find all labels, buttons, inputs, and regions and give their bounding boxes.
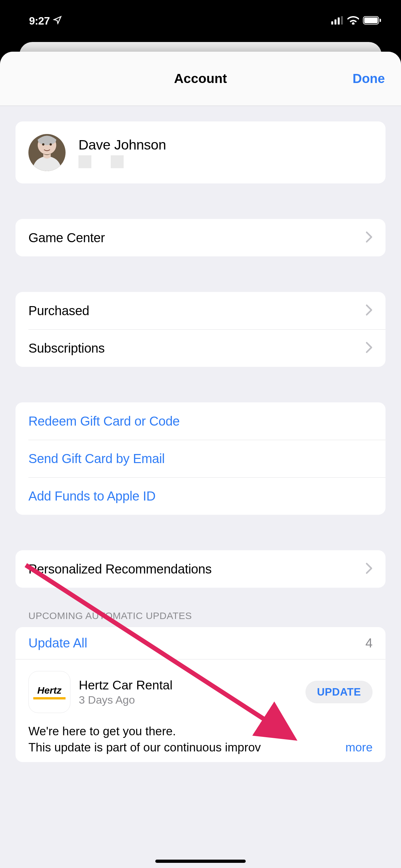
status-right	[331, 16, 382, 26]
personalized-cell[interactable]: Personalized Recommendations	[16, 550, 385, 588]
add-funds-cell[interactable]: Add Funds to Apple ID	[16, 477, 385, 515]
svg-rect-5	[364, 18, 378, 23]
chevron-right-icon	[366, 304, 373, 317]
game-center-group: Game Center	[16, 219, 385, 256]
navbar: Account Done	[0, 52, 401, 106]
cell-label: Purchased	[28, 304, 89, 318]
update-meta: Hertz Car Rental 3 Days Ago	[79, 678, 297, 706]
page-title: Account	[0, 71, 401, 86]
profile-sub-redacted	[79, 155, 166, 168]
status-time-text: 9:27	[29, 15, 50, 27]
done-button[interactable]: Done	[352, 71, 385, 86]
account-sheet: Account Done	[0, 52, 401, 868]
purchased-cell[interactable]: Purchased	[16, 292, 385, 330]
update-notes: We're here to get you there. This update…	[16, 716, 385, 762]
notes-line1: We're here to get you there.	[28, 723, 373, 740]
updates-group: Update All 4 Hertz Hertz Car Rental 3 Da…	[16, 627, 385, 762]
chevron-right-icon	[366, 341, 373, 355]
update-button[interactable]: UPDATE	[305, 681, 373, 703]
cell-label: Send Gift Card by Email	[28, 452, 165, 466]
chevron-right-icon	[366, 231, 373, 244]
status-bar: 9:27	[0, 0, 401, 42]
personalized-group: Personalized Recommendations	[16, 550, 385, 588]
svg-rect-1	[335, 20, 336, 25]
profile-group: Dave Johnson	[16, 121, 385, 183]
profile-name: Dave Johnson	[79, 137, 166, 153]
location-icon	[53, 15, 62, 27]
battery-icon	[363, 16, 382, 26]
more-button[interactable]: more	[342, 740, 373, 755]
app-age: 3 Days Ago	[79, 693, 297, 706]
update-item[interactable]: Hertz Hertz Car Rental 3 Days Ago UPDATE	[16, 659, 385, 716]
redeem-cell[interactable]: Redeem Gift Card or Code	[16, 402, 385, 440]
cell-label: Personalized Recommendations	[28, 562, 212, 577]
avatar	[28, 134, 66, 171]
updates-section-header: UPCOMING AUTOMATIC UPDATES	[28, 610, 373, 621]
send-gift-cell[interactable]: Send Gift Card by Email	[16, 440, 385, 477]
cell-label: Add Funds to Apple ID	[28, 489, 156, 503]
update-header-row: Update All 4	[16, 627, 385, 659]
notes-line2: This update is part of our continuous im…	[28, 740, 342, 755]
content-scroll[interactable]: Dave Johnson Game Center Purchased	[0, 106, 401, 868]
wifi-icon	[347, 16, 359, 26]
app-name: Hertz Car Rental	[79, 678, 297, 692]
svg-rect-0	[331, 21, 333, 25]
status-time: 9:27	[29, 15, 62, 27]
svg-point-9	[42, 143, 44, 145]
chevron-right-icon	[366, 562, 373, 576]
profile-cell[interactable]: Dave Johnson	[16, 121, 385, 183]
svg-rect-6	[380, 19, 381, 22]
update-count: 4	[366, 636, 373, 650]
svg-rect-2	[338, 18, 340, 25]
app-icon-text: Hertz	[37, 685, 61, 696]
update-all-button[interactable]: Update All	[28, 636, 87, 650]
game-center-cell[interactable]: Game Center	[16, 219, 385, 256]
purchases-group: Purchased Subscriptions	[16, 292, 385, 367]
app-icon: Hertz	[28, 671, 70, 713]
subscriptions-cell[interactable]: Subscriptions	[16, 330, 385, 367]
app-icon-underline	[33, 697, 66, 700]
cell-label: Game Center	[28, 230, 105, 245]
home-indicator[interactable]	[155, 860, 246, 863]
cellular-icon	[331, 16, 343, 26]
svg-point-10	[50, 143, 52, 145]
cell-label: Subscriptions	[28, 341, 104, 355]
svg-rect-3	[341, 16, 343, 25]
gift-funds-group: Redeem Gift Card or Code Send Gift Card …	[16, 402, 385, 515]
cell-label: Redeem Gift Card or Code	[28, 414, 180, 429]
